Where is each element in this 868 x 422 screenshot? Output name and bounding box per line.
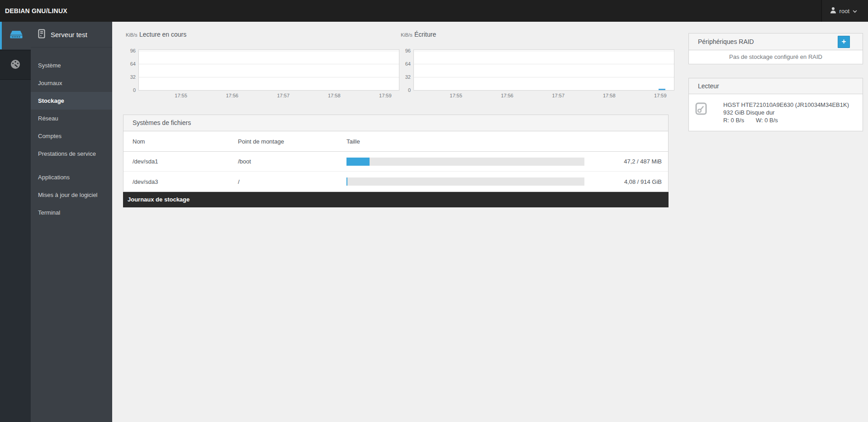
hard-disk-icon [695,102,707,125]
y-axis-tick: 96 [123,48,136,53]
gridline [139,64,399,64]
column-header-mountpoint: Point de montage [238,138,346,145]
sidebar-item-terminal[interactable]: Terminal [31,204,112,221]
column-header-name: Nom [133,138,238,145]
usage-bar [346,158,584,166]
x-axis-tick: 17:59 [654,93,667,98]
read-chart-plot: 96 64 32 0 [138,49,399,91]
filesystem-name: /dev/sda1 [133,158,238,165]
filesystem-row-sda1[interactable]: /dev/sda1 /boot 47,2 / 487 MiB [123,152,668,172]
gridline [139,77,399,77]
filesystem-mountpoint: / [238,178,346,185]
write-chart-header: KiB/s Écriture [401,31,677,41]
usage-label: 4,08 / 914 GiB [584,178,662,185]
add-raid-button[interactable]: + [838,36,850,48]
read-chart: KiB/s Lecture en cours 96 64 32 0 17:55 … [126,31,402,100]
raid-empty-message: Pas de stockage configuré en RAID [689,50,863,64]
chevron-down-icon [853,7,857,15]
sidebar-nav: Système Journaux Stockage Réseau Comptes… [31,48,112,221]
user-icon [830,7,836,15]
gridline [414,64,674,64]
sidebar-item-journaux[interactable]: Journaux [31,74,112,92]
raid-devices-panel: Périphériques RAID + Pas de stockage con… [688,33,863,64]
x-axis-tick: 17:59 [379,93,392,98]
x-axis-tick: 17:57 [277,93,289,98]
storage-logs-header: Journaux de stockage [123,192,669,207]
host-item-server[interactable] [0,22,31,49]
cockpit-storage-screen: DEBIAN GNU/LINUX root [0,0,868,422]
drive-description: 932 GiB Disque dur [723,109,849,116]
raid-panel-header: Périphériques RAID + [689,34,863,50]
brand-label: DEBIAN GNU/LINUX [5,0,67,22]
user-menu[interactable]: root [821,0,868,22]
server-icon [9,30,24,41]
usage-bar-fill [346,158,370,166]
drive-model: HGST HTE721010A9E630 (JR10034M34EB1K) [723,101,849,109]
x-axis-tick: 17:56 [226,93,238,98]
sidebar: Serveur test Système Journaux Stockage R… [31,22,112,422]
y-axis-tick: 0 [123,87,136,93]
filesystems-panel: Systèmes de fichiers Nom Point de montag… [123,115,669,192]
read-chart-unit-label: KiB/s [126,32,137,38]
drive-write-rate: W: 0 B/s [756,117,778,124]
y-axis-tick: 0 [398,87,411,93]
raid-panel-title: Périphériques RAID [698,38,754,45]
drives-panel: Lecteur HGST HTE721010A9E630 (JR10034M34… [688,78,863,131]
sidebar-host-header: Serveur test [31,22,112,48]
usage-bar-fill [346,177,347,186]
read-chart-title: Lecture en cours [139,31,186,38]
y-axis-tick: 32 [398,74,411,80]
x-axis-tick: 17:55 [450,93,462,98]
plus-icon: + [842,37,846,46]
write-chart-unit-label: KiB/s [401,32,412,38]
column-header-size: Taille [346,138,662,145]
gridline [414,51,674,51]
drives-panel-title: Lecteur [689,78,863,94]
gridline [139,51,399,51]
y-axis-tick: 96 [398,48,411,53]
drive-read-rate: R: 0 B/s [723,117,744,124]
host-item-dashboard[interactable] [0,50,31,80]
gridline [414,77,674,77]
topbar: DEBIAN GNU/LINUX root [0,0,868,22]
write-chart-title: Écriture [414,31,436,38]
tower-server-icon [38,29,46,40]
y-axis-tick: 32 [123,74,136,80]
filesystems-panel-title: Systèmes de fichiers [123,115,668,131]
filesystem-name: /dev/sda3 [133,178,238,185]
usage-label: 47,2 / 487 MiB [584,158,662,165]
sidebar-item-mises-a-jour[interactable]: Mises à jour de logiciel [31,186,112,204]
sidebar-item-comptes[interactable]: Comptes [31,127,112,145]
x-axis-tick: 17:58 [603,93,616,98]
x-axis-tick: 17:56 [501,93,513,98]
host-name-label: Serveur test [51,31,87,38]
usage-bar [346,177,584,186]
user-name: root [840,8,849,14]
filesystem-mountpoint: /boot [238,158,346,165]
write-chart-plot: 96 64 32 0 [413,49,674,91]
read-chart-header: KiB/s Lecture en cours [126,31,402,41]
filesystem-row-sda3[interactable]: /dev/sda3 / 4,08 / 914 GiB [123,172,668,192]
write-activity-data-point [659,89,665,90]
filesystems-table-header: Nom Point de montage Taille [123,131,668,152]
read-chart-x-axis: 17:55 17:56 17:57 17:58 17:59 [138,92,399,100]
write-chart: KiB/s Écriture 96 64 32 0 17:55 17:56 17… [401,31,677,100]
host-switcher [0,22,31,422]
drive-row-hgst[interactable]: HGST HTE721010A9E630 (JR10034M34EB1K) 93… [689,94,863,131]
sidebar-item-stockage[interactable]: Stockage [31,92,112,110]
write-chart-x-axis: 17:55 17:56 17:57 17:58 17:59 [413,92,674,100]
x-axis-tick: 17:55 [175,93,187,98]
x-axis-tick: 17:58 [328,93,341,98]
y-axis-tick: 64 [398,61,411,67]
sidebar-item-prestations[interactable]: Prestations de service [31,145,112,163]
dashboard-gauge-icon [10,59,21,72]
sidebar-item-applications[interactable]: Applications [31,168,112,186]
sidebar-item-reseau[interactable]: Réseau [31,110,112,127]
x-axis-tick: 17:57 [552,93,564,98]
sidebar-item-systeme[interactable]: Système [31,57,112,74]
y-axis-tick: 64 [123,61,136,67]
